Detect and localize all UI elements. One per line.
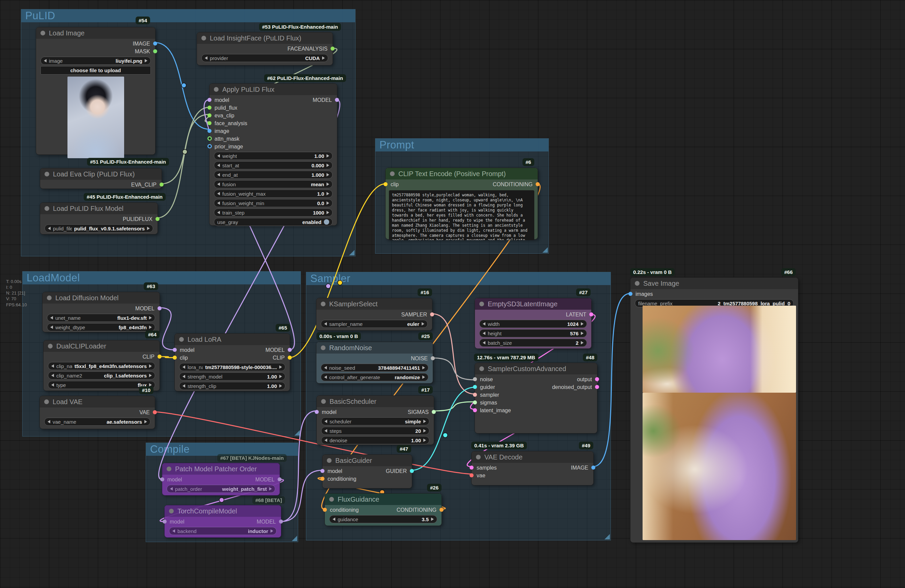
guidance-widget[interactable]: guidance3.5	[329, 515, 437, 523]
input-slot-conditioning[interactable]	[321, 477, 324, 481]
prev-arrow-icon[interactable]	[217, 173, 220, 176]
input-slot-model[interactable]	[160, 477, 164, 482]
output-slot-sigmas[interactable]	[432, 410, 436, 414]
prev-arrow-icon[interactable]	[51, 364, 54, 368]
prompt-textarea[interactable]: tm2577880598 style,purpleclad woman, wal…	[389, 190, 534, 240]
node-torch-compile-model[interactable]: TorchCompileModel modelMODEL backendindu…	[164, 505, 281, 538]
node-ksampler-select[interactable]: KSamplerSelect SAMPLER sampler_nameeuler	[316, 298, 432, 331]
input-slot-eva-clip[interactable]	[208, 113, 211, 118]
next-arrow-icon[interactable]	[279, 384, 282, 388]
next-arrow-icon[interactable]	[327, 164, 329, 167]
height-widget[interactable]: height576	[479, 329, 587, 337]
saved-image-preview-2[interactable]	[643, 393, 796, 540]
lora-name-widget[interactable]: lora_nametm2577880598-style-000036....	[179, 363, 285, 371]
input-slot-latent-image[interactable]	[473, 408, 477, 412]
image-select-widget[interactable]: imageliuyifei.png	[40, 57, 151, 65]
group-loadmodel-header[interactable]: LoadModel	[22, 272, 300, 284]
prev-arrow-icon[interactable]	[324, 375, 327, 379]
prev-arrow-icon[interactable]	[50, 326, 53, 329]
output-slot-mask[interactable]	[153, 49, 157, 53]
input-slot-images[interactable]	[629, 292, 632, 296]
node-collapse-dot-icon[interactable]	[202, 36, 206, 40]
input-slot-clip[interactable]	[173, 356, 177, 360]
group-prompt-header[interactable]: Prompt	[375, 139, 548, 151]
unet-name-widget[interactable]: unet_nameflux1-dev.sft	[47, 314, 155, 322]
group-resize-handle-icon[interactable]	[292, 536, 297, 541]
next-arrow-icon[interactable]	[423, 429, 426, 432]
prev-arrow-icon[interactable]	[217, 164, 220, 167]
prev-arrow-icon[interactable]	[324, 429, 327, 432]
output-slot-sampler[interactable]	[430, 312, 434, 316]
prev-arrow-icon[interactable]	[217, 183, 220, 186]
output-slot-clip[interactable]	[288, 356, 292, 360]
toggle-dot-icon[interactable]	[324, 219, 329, 225]
prev-arrow-icon[interactable]	[183, 384, 185, 388]
output-slot-latent[interactable]	[589, 312, 593, 316]
node-collapse-dot-icon[interactable]	[48, 344, 52, 348]
strength-model-widget[interactable]: strength_model1.00	[179, 372, 285, 381]
start-at-widget[interactable]: start_at0.000	[214, 161, 333, 169]
node-basic-scheduler[interactable]: BasicScheduler modelSIGMAS schedulersimp…	[316, 396, 434, 445]
input-slot-attn-mask[interactable]	[208, 136, 212, 141]
train-step-widget[interactable]: train_step1000	[214, 208, 333, 216]
next-arrow-icon[interactable]	[149, 316, 152, 319]
strength-clip-widget[interactable]: strength_clip1.00	[179, 382, 285, 390]
scheduler-widget[interactable]: schedulersimple	[321, 417, 429, 425]
input-slot-model[interactable]	[173, 348, 177, 352]
group-resize-handle-icon[interactable]	[349, 250, 354, 255]
node-vae-decode[interactable]: VAE Decode samplesIMAGE vae	[471, 451, 594, 485]
prev-arrow-icon[interactable]	[48, 227, 51, 230]
output-slot-image[interactable]	[591, 466, 595, 470]
end-at-widget[interactable]: end_at1.000	[214, 171, 333, 179]
node-collapse-dot-icon[interactable]	[635, 281, 640, 286]
next-arrow-icon[interactable]	[423, 439, 426, 442]
use-gray-toggle[interactable]: use_grayenabled	[214, 218, 333, 226]
input-slot-guider[interactable]	[473, 385, 477, 389]
next-arrow-icon[interactable]	[327, 211, 329, 214]
next-arrow-icon[interactable]	[581, 322, 584, 326]
input-slot-face-analysis[interactable]	[208, 121, 211, 125]
next-arrow-icon[interactable]	[327, 183, 329, 186]
steps-widget[interactable]: steps20	[321, 427, 429, 435]
sampler-name-widget[interactable]: sampler_nameeuler	[321, 320, 428, 328]
output-slot-conditioning[interactable]	[440, 508, 443, 512]
node-load-vae[interactable]: Load VAE VAE vae_nameae.safetensors	[40, 396, 155, 429]
patch-order-widget[interactable]: patch_orderweight_patch_first	[167, 485, 275, 493]
control-after-generate-widget[interactable]: control_after_generaterandomize	[321, 373, 429, 381]
node-graph-canvas[interactable]: PuLID Prompt LoadModel Sampler Compile	[0, 0, 905, 588]
input-slot-noise[interactable]	[473, 377, 477, 381]
node-random-noise[interactable]: RandomNoise NOISE noise_seed378488947411…	[316, 342, 433, 383]
output-slot-denoised-output[interactable]	[595, 385, 599, 389]
prev-arrow-icon[interactable]	[48, 420, 50, 423]
input-slot-pulid-flux[interactable]	[208, 106, 211, 110]
next-arrow-icon[interactable]	[147, 227, 150, 230]
node-collapse-dot-icon[interactable]	[44, 172, 49, 176]
next-arrow-icon[interactable]	[327, 154, 329, 157]
node-save-image[interactable]: Save Image images filename_prefix2_tm257…	[630, 277, 799, 543]
pulid-file-widget[interactable]: pulid_filepulid_flux_v0.9.1.safetensors	[44, 224, 153, 232]
node-collapse-dot-icon[interactable]	[40, 31, 45, 35]
weight-dtype-widget[interactable]: weight_dtypefp8_e4m3fn	[47, 323, 155, 331]
node-load-insightface[interactable]: Load InsightFace (PuLID Flux) FACEANALYS…	[197, 32, 333, 65]
clip-name1-widget[interactable]: clip_name1t5xxl_fp8_e4m3fn.safetensors	[48, 362, 155, 370]
input-slot-samples[interactable]	[470, 466, 473, 470]
node-collapse-dot-icon[interactable]	[327, 458, 332, 463]
node-empty-sd3-latent[interactable]: EmptySD3LatentImage LATENT width1024 hei…	[475, 298, 592, 349]
next-arrow-icon[interactable]	[269, 487, 272, 491]
next-arrow-icon[interactable]	[581, 341, 584, 345]
saved-image-preview-1[interactable]	[643, 306, 796, 393]
prev-arrow-icon[interactable]	[324, 420, 327, 423]
input-slot-model[interactable]	[315, 410, 319, 414]
output-slot-model[interactable]	[288, 348, 292, 352]
output-slot-clip[interactable]	[157, 354, 162, 359]
output-slot-model[interactable]	[278, 477, 282, 482]
node-patch-model-patcher-order[interactable]: Patch Model Patcher Order modelMODEL pat…	[162, 463, 280, 496]
vae-name-widget[interactable]: vae_nameae.safetensors	[44, 418, 151, 426]
prev-arrow-icon[interactable]	[50, 316, 53, 319]
node-clip-text-encode[interactable]: CLIP Text Encode (Positive Prompt) clipC…	[385, 168, 538, 240]
node-collapse-dot-icon[interactable]	[390, 172, 395, 176]
prev-arrow-icon[interactable]	[51, 383, 54, 386]
next-arrow-icon[interactable]	[423, 420, 426, 423]
node-load-diffusion-model[interactable]: Load Diffusion Model MODEL unet_nameflux…	[42, 292, 160, 332]
node-collapse-dot-icon[interactable]	[44, 206, 49, 211]
